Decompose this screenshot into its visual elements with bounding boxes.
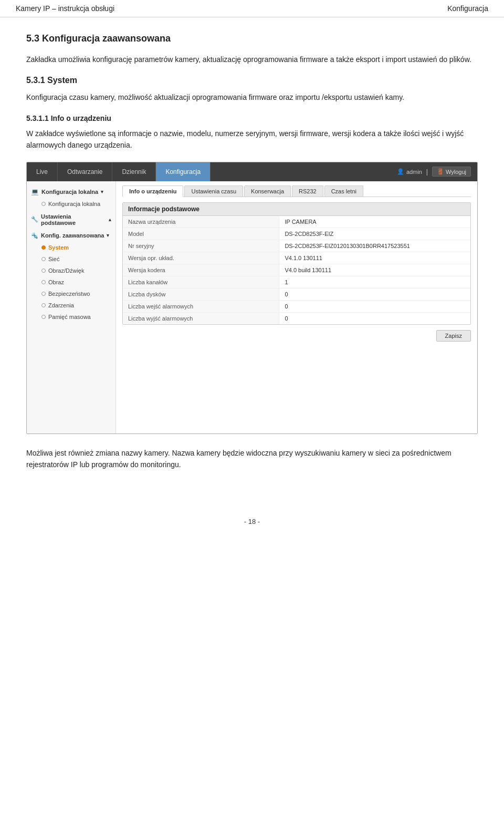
panel-tab-info[interactable]: Info o urządzeniu: [122, 185, 183, 197]
circle-icon-obraz-dzwiek: [41, 269, 46, 273]
footer-text: Możliwa jest również zmiana nazwy kamery…: [26, 447, 478, 471]
sidebar-item-obraz-dzwiek[interactable]: Obraz/Dźwięk: [36, 265, 116, 276]
username-label: admin: [406, 169, 422, 175]
info-value-encoder: V4.0 build 130111: [279, 264, 470, 276]
chevron-up-icon: ▴: [109, 217, 111, 222]
save-button-row: Zapisz: [122, 330, 471, 342]
sidebar-item-pamiec-masowa[interactable]: Pamięć masowa: [36, 311, 116, 323]
separator: |: [426, 168, 428, 176]
info-label-alarm-out: Liczba wyjść alarmowych: [123, 312, 279, 324]
sidebar-item-zdarzenia[interactable]: Zdarzenia: [36, 300, 116, 311]
sidebar-sub-advanced: System Sieć Obraz/Dźwięk Obraz: [27, 242, 116, 323]
info-table: Nazwa urządzenia IP CAMERA Model DS-2CD8…: [123, 216, 470, 324]
info-label-nazwa: Nazwa urządzenia: [123, 216, 279, 228]
sidebar-sub-local: Konfiguracja lokalna: [27, 198, 116, 210]
header-right: Konfiguracja: [447, 4, 488, 13]
subsection-title: 5.3.1 System: [26, 76, 478, 85]
nav-tab-live[interactable]: Live: [27, 162, 58, 181]
panel-tabs: Info o urządzeniu Ustawienia czasu Konse…: [122, 185, 471, 197]
panel-tab-rs232[interactable]: RS232: [292, 185, 323, 197]
info-label-model: Model: [123, 228, 279, 240]
subsubsection-description: W zakładce wyświetlone są informacje o n…: [26, 128, 478, 151]
nav-bar: Live Odtwarzanie Dziennik Konfiguracja 👤…: [27, 162, 477, 181]
table-row: Wersja kodera V4.0 build 130111: [123, 264, 470, 276]
sidebar-item-siec[interactable]: Sieć: [36, 253, 116, 265]
sidebar-item-system[interactable]: System: [36, 242, 116, 253]
info-value-fw: V4.1.0 130111: [279, 252, 470, 264]
circle-icon-obraz: [41, 280, 46, 284]
sidebar-item-konfig-zaawansowana[interactable]: 🔩 Konfig. zaawansowana ▾: [27, 230, 116, 242]
circle-icon: [41, 202, 46, 206]
info-label-alarm-in: Liczba wejść alarmowych: [123, 300, 279, 312]
info-section-header: Informacje podstawowe: [123, 203, 470, 216]
table-row: Liczba wejść alarmowych 0: [123, 300, 470, 312]
sidebar-item-ustawienia-podstawowe[interactable]: 🔧 Ustawienia podstawowe ▴: [27, 211, 116, 229]
panel-tab-ustawienia-czasu[interactable]: Ustawienia czasu: [184, 185, 243, 197]
info-label-fw: Wersja opr. układ.: [123, 252, 279, 264]
sidebar-item-obraz[interactable]: Obraz: [36, 276, 116, 288]
sidebar-item-bezpieczenstwo[interactable]: Bezpieczeństwo: [36, 288, 116, 300]
person-icon: 👤: [397, 168, 404, 175]
info-label-serial: Nr seryjny: [123, 240, 279, 252]
table-row: Liczba dysków 0: [123, 288, 470, 300]
sidebar-section-local: 💻 Konfiguracja lokalna ▾ Konfiguracja lo…: [27, 185, 116, 210]
info-value-serial: DS-2CD8253F-EIZ0120130301B0RR417523551: [279, 240, 470, 252]
save-button[interactable]: Zapisz: [436, 330, 471, 342]
info-label-channels: Liczba kanałów: [123, 276, 279, 288]
info-value-channels: 1: [279, 276, 470, 288]
ui-screenshot: Live Odtwarzanie Dziennik Konfiguracja 👤…: [26, 162, 478, 434]
sidebar-item-konfiguracja-lokalna[interactable]: 💻 Konfiguracja lokalna ▾: [27, 185, 116, 198]
circle-icon-active: [41, 245, 46, 250]
main-panel: Info o urządzeniu Ustawienia czasu Konse…: [116, 181, 477, 434]
panel-tab-czas-letni[interactable]: Czas letni: [324, 185, 363, 197]
info-value-nazwa: IP CAMERA: [279, 216, 470, 228]
circle-icon-siec: [41, 257, 46, 261]
sidebar-item-konfig-lokalna-sub[interactable]: Konfiguracja lokalna: [36, 198, 116, 210]
ui-body: 💻 Konfiguracja lokalna ▾ Konfiguracja lo…: [27, 181, 477, 434]
info-section: Informacje podstawowe Nazwa urządzenia I…: [122, 202, 471, 325]
sidebar: 💻 Konfiguracja lokalna ▾ Konfiguracja lo…: [27, 181, 116, 434]
sidebar-section-advanced: 🔩 Konfig. zaawansowana ▾ System Sieć: [27, 230, 116, 323]
section-title: 5.3 Konfiguracja zaawansowana: [26, 33, 478, 44]
page-header: Kamery IP – instrukcja obsługi Konfigura…: [0, 0, 504, 17]
nav-bar-tabs: Live Odtwarzanie Dziennik Konfiguracja: [27, 162, 397, 181]
header-left: Kamery IP – instrukcja obsługi: [16, 4, 114, 13]
subsubsection-title: 5.3.1.1 Info o urządzeniu: [26, 114, 478, 122]
computer-icon: 💻: [31, 188, 39, 195]
nav-bar-user: 👤 admin: [397, 168, 422, 175]
nav-bar-right: 👤 admin | 🚪 Wyloguj: [397, 167, 477, 177]
wrench-icon: 🔧: [31, 216, 38, 223]
gear-icon: 🔩: [31, 232, 38, 239]
info-value-alarm-in: 0: [279, 300, 470, 312]
info-value-alarm-out: 0: [279, 312, 470, 324]
section-intro: Zakładka umożliwia konfigurację parametr…: [26, 54, 478, 65]
nav-tab-odtwarzanie[interactable]: Odtwarzanie: [58, 162, 112, 181]
nav-tab-dziennik[interactable]: Dziennik: [112, 162, 156, 181]
table-row: Wersja opr. układ. V4.1.0 130111: [123, 252, 470, 264]
panel-tab-konserwacja[interactable]: Konserwacja: [244, 185, 291, 197]
info-label-disks: Liczba dysków: [123, 288, 279, 300]
circle-icon-bezp: [41, 292, 46, 296]
page-footer: - 18 -: [0, 507, 504, 531]
chevron-down-icon: ▾: [101, 189, 103, 194]
flag-icon: 🚪: [437, 168, 444, 175]
page-number: - 18 -: [244, 518, 260, 525]
table-row: Liczba wyjść alarmowych 0: [123, 312, 470, 324]
table-row: Nazwa urządzenia IP CAMERA: [123, 216, 470, 228]
table-row: Model DS-2CD8253F-EIZ: [123, 228, 470, 240]
logout-button[interactable]: 🚪 Wyloguj: [432, 167, 471, 177]
sidebar-section-basic: 🔧 Ustawienia podstawowe ▴: [27, 211, 116, 229]
circle-icon-pamiec: [41, 315, 46, 319]
subsection-description: Konfiguracja czasu kamery, możliwość akt…: [26, 91, 478, 103]
main-content: 5.3 Konfiguracja zaawansowana Zakładka u…: [0, 17, 504, 486]
info-label-encoder: Wersja kodera: [123, 264, 279, 276]
nav-tab-konfiguracja[interactable]: Konfiguracja: [156, 162, 211, 181]
table-row: Nr seryjny DS-2CD8253F-EIZ0120130301B0RR…: [123, 240, 470, 252]
chevron-down-icon2: ▾: [107, 233, 109, 238]
info-value-disks: 0: [279, 288, 470, 300]
circle-icon-zdarz: [41, 303, 46, 307]
info-value-model: DS-2CD8253F-EIZ: [279, 228, 470, 240]
table-row: Liczba kanałów 1: [123, 276, 470, 288]
